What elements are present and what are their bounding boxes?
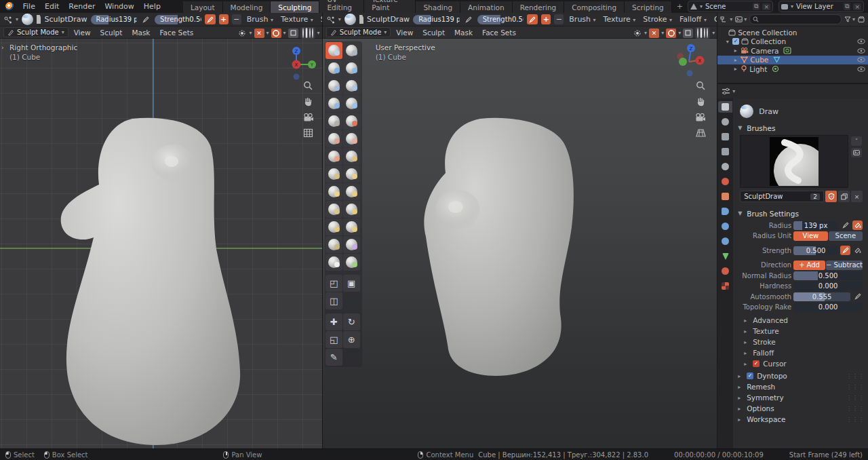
tab-uv-editing[interactable]: UV Editing — [319, 0, 364, 13]
outliner-item-collection[interactable]: ▾✓Collection — [717, 37, 868, 47]
tool-rotate[interactable]: ↻ — [343, 313, 360, 330]
pan-hand-icon[interactable] — [303, 97, 313, 107]
menu-help[interactable]: Help — [139, 1, 165, 12]
viewport-menu-face-sets[interactable]: Face Sets — [478, 28, 520, 37]
disclosure-icon[interactable]: ▸ — [732, 57, 738, 63]
brush-clay[interactable] — [326, 60, 342, 77]
brush-clay-thumb[interactable] — [326, 77, 342, 94]
brush-slide-relax[interactable] — [326, 236, 342, 253]
brush-grab[interactable] — [343, 166, 360, 183]
properties-tab-physics[interactable] — [718, 235, 732, 247]
subpanel-advanced[interactable]: ▸Advanced — [733, 315, 868, 326]
brush-mask[interactable] — [326, 254, 342, 271]
brush-nudge[interactable] — [326, 218, 342, 235]
properties-tab-view-layer[interactable] — [718, 146, 732, 157]
tab-scripting[interactable]: Scripting — [625, 1, 672, 13]
properties-tab-render[interactable] — [718, 116, 732, 128]
disclosure-icon[interactable]: ▾ — [724, 39, 730, 45]
menu-file[interactable]: File — [18, 1, 40, 12]
brush-blob[interactable] — [343, 95, 360, 112]
pivot-point-dropdown[interactable] — [237, 28, 248, 38]
brush-select-dropdown[interactable]: ˅ — [851, 136, 862, 146]
pivot-point-dropdown[interactable] — [632, 28, 642, 38]
ortho-grid-icon[interactable] — [303, 128, 313, 138]
brush-preview-image-button[interactable] — [851, 148, 862, 157]
disclosure-icon[interactable]: ▸ — [732, 47, 738, 54]
outliner-search-input[interactable] — [749, 14, 842, 24]
direction-add-button[interactable]: + — [541, 14, 551, 24]
option-subtract[interactable]: −Subtract — [826, 261, 863, 270]
delete-scene-button[interactable]: × — [762, 3, 770, 10]
active-brush-icon[interactable] — [344, 14, 356, 25]
add-workspace-button[interactable]: + — [672, 1, 688, 12]
subpanel-falloff[interactable]: ▸Falloff — [733, 347, 868, 358]
pressure-toggle[interactable] — [852, 221, 863, 230]
brushes-panel-header[interactable]: ▼ Brushes — [733, 122, 868, 134]
brush-settings-panel-header[interactable]: ▼ Brush Settings — [733, 208, 868, 219]
duplicate-brush-button[interactable] — [838, 191, 850, 202]
axis-gizmo[interactable]: Z X — [675, 41, 707, 78]
direction-add-button[interactable]: + — [219, 14, 229, 24]
properties-tab-material[interactable] — [718, 265, 732, 277]
header-menu-texture[interactable]: Texture ▾ — [601, 15, 638, 24]
tool-box-face-set[interactable]: ◫ — [326, 292, 342, 309]
properties-tab-modifiers[interactable] — [718, 206, 732, 217]
strength-slider[interactable]: Strength0.500 — [477, 15, 524, 24]
tool-box-mask[interactable]: ◰ — [326, 275, 342, 292]
show-gizmo-toggle[interactable] — [288, 28, 298, 38]
brush-thumb[interactable] — [326, 201, 342, 218]
brush-fill[interactable] — [343, 130, 360, 147]
brush-datablock-name[interactable]: SculptDraw — [44, 15, 87, 24]
outliner-display-mode-dropdown[interactable]: ▾ — [720, 16, 732, 23]
outliner-item-light[interactable]: ▸Light — [717, 64, 868, 74]
hide-eye-icon[interactable] — [857, 48, 865, 54]
panel-workspace[interactable]: ▸Workspace⋮⋮⋮ — [733, 414, 868, 425]
shading-rendered-button[interactable] — [707, 28, 708, 37]
panel-remesh[interactable]: ▸Remesh⋮⋮⋮ — [733, 381, 868, 392]
tab-modeling[interactable]: Modeling — [223, 1, 271, 13]
brush-elastic-deform[interactable] — [326, 183, 342, 200]
shading-material-button[interactable] — [704, 28, 705, 37]
direction-subtract-button[interactable]: − — [232, 14, 241, 24]
brush-crease[interactable] — [326, 113, 342, 130]
editor-type-viewport-dropdown[interactable] — [3, 16, 12, 24]
hide-eye-icon[interactable] — [857, 39, 865, 44]
viewport-menu-view[interactable]: View — [392, 28, 417, 37]
panel-symmetry[interactable]: ▸Symmetry⋮⋮⋮ — [733, 392, 868, 403]
blender-logo-icon[interactable] — [5, 2, 14, 11]
brush-pose[interactable] — [343, 201, 360, 218]
viewport-canvas-left[interactable]: › Right Orthographic (1) Cube Z X Y — [0, 39, 322, 448]
snapping-dropdown[interactable]: ✕ — [649, 28, 659, 38]
outliner-item-cube[interactable]: ▸Cube — [717, 56, 868, 65]
viewport-canvas-right[interactable]: ◰▣◫✚↻◱⊕✎ User Perspective (1) Cube Z X — [323, 39, 717, 448]
tab-shading[interactable]: Shading — [416, 1, 460, 13]
editor-type-viewport-dropdown[interactable] — [326, 16, 335, 24]
unlink-brush-button[interactable]: × — [851, 191, 863, 202]
hide-eye-icon[interactable] — [857, 57, 865, 62]
scene-selector[interactable]: ▾ Scene ⧉ × — [688, 1, 773, 12]
view-layer-selector[interactable]: ▾ View Layer ⧉ × — [778, 1, 864, 12]
pressure-toggle[interactable] — [852, 246, 863, 255]
brush-snake-hook[interactable] — [343, 183, 360, 200]
header-menu-cursor[interactable]: Cursor ▾ — [712, 15, 717, 24]
proportional-editing-dropdown[interactable] — [666, 28, 676, 38]
disclosure-icon[interactable]: ▸ — [732, 66, 738, 72]
brush-multi-plane-scrape[interactable] — [343, 148, 360, 165]
brush-draw[interactable] — [326, 42, 342, 59]
properties-tab-tool[interactable] — [718, 101, 732, 113]
brush-layer[interactable] — [343, 77, 360, 94]
menu-window[interactable]: Window — [100, 1, 138, 12]
viewport-menu-view[interactable]: View — [70, 28, 95, 37]
brush-rotate[interactable] — [343, 218, 360, 235]
header-menu-falloff[interactable]: Falloff ▾ — [677, 15, 709, 24]
pen-toggle[interactable] — [840, 246, 850, 255]
show-gizmo-toggle[interactable] — [683, 28, 693, 38]
autosmooth-slider[interactable]: 0.555 — [793, 292, 850, 302]
brush-users-count[interactable]: 2 — [810, 193, 820, 200]
menu-edit[interactable]: Edit — [40, 1, 64, 12]
hardness-slider[interactable]: 0.000 — [793, 282, 863, 291]
shading-solid-button[interactable] — [700, 28, 703, 38]
tool-move[interactable]: ✚ — [326, 313, 342, 330]
properties-tab-particles[interactable] — [718, 221, 732, 232]
subpanel-stroke[interactable]: ▸Stroke — [733, 337, 868, 347]
